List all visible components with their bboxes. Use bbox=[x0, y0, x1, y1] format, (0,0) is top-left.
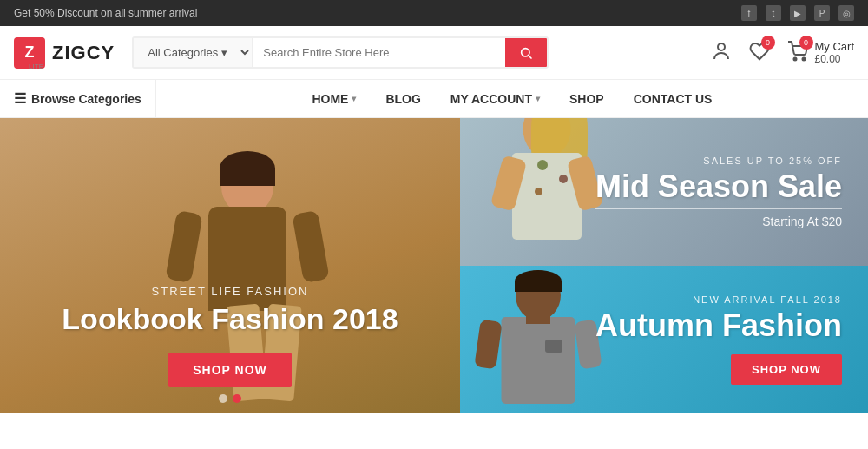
account-icon[interactable] bbox=[711, 41, 732, 65]
nav-home[interactable]: HOME ▾ bbox=[298, 82, 370, 116]
cart-section[interactable]: 0 My Cart £0.00 bbox=[787, 40, 855, 65]
hero-right-bottom-content: NEW ARRIVAL FALL 2018 Autumn Fashion SHO… bbox=[595, 294, 842, 386]
browse-categories-label: Browse Categories bbox=[31, 92, 141, 106]
search-button[interactable] bbox=[505, 38, 547, 67]
dot-1[interactable] bbox=[219, 394, 227, 403]
svg-line-1 bbox=[529, 56, 531, 58]
top-bar: Get 50% Discount on all summer arrival f… bbox=[0, 0, 868, 26]
nav-links: HOME ▾ BLOG MY ACCOUNT ▾ SHOP CONTACT US bbox=[156, 82, 868, 116]
browse-categories[interactable]: ☰ Browse Categories bbox=[0, 80, 156, 117]
sale-starting: Starting At $20 bbox=[595, 215, 842, 228]
logo-lite: LITE bbox=[29, 63, 43, 70]
header-icons: 0 0 My Cart £0.00 bbox=[711, 40, 855, 65]
cart-label: My Cart bbox=[815, 40, 855, 53]
hero-right-bottom-cta[interactable]: SHOP NOW bbox=[731, 354, 842, 385]
logo-icon: Z LITE bbox=[14, 37, 45, 69]
header: Z LITE ZIGCY All Categories ▾ 0 bbox=[0, 26, 868, 80]
sale-label: SALES UP TO 25% OFF bbox=[595, 155, 842, 166]
hero-left-content: STREET LIFE FASHION Lookbook Fashion 201… bbox=[26, 285, 434, 387]
svg-point-3 bbox=[793, 57, 796, 60]
search-bar: All Categories ▾ bbox=[132, 36, 549, 69]
wishlist-badge: 0 bbox=[761, 36, 775, 50]
dot-2[interactable] bbox=[233, 394, 241, 403]
account-dropdown-arrow: ▾ bbox=[536, 94, 540, 103]
cart-price: £0.00 bbox=[815, 53, 855, 65]
hero-right-top-panel: SALES UP TO 25% OFF Mid Season Sale Star… bbox=[460, 118, 868, 266]
pinterest-icon[interactable]: P bbox=[814, 5, 830, 21]
logo[interactable]: Z LITE ZIGCY bbox=[14, 37, 115, 69]
nav-blog[interactable]: BLOG bbox=[372, 82, 434, 116]
home-dropdown-arrow: ▾ bbox=[352, 94, 356, 103]
hero-right-top-content: SALES UP TO 25% OFF Mid Season Sale Star… bbox=[595, 155, 842, 229]
nav-contact[interactable]: CONTACT US bbox=[620, 82, 727, 116]
hero-dots bbox=[219, 394, 241, 403]
model-figure-right-bottom bbox=[469, 270, 608, 413]
logo-name: ZIGCY bbox=[52, 42, 115, 64]
hero-left-panel: STREET LIFE FASHION Lookbook Fashion 201… bbox=[0, 118, 460, 413]
mid-season-title: Mid Season Sale bbox=[595, 169, 842, 204]
cart-icon: 0 bbox=[787, 41, 808, 65]
promo-text: Get 50% Discount on all summer arrival bbox=[14, 7, 197, 19]
hamburger-icon: ☰ bbox=[14, 90, 26, 107]
nav: ☰ Browse Categories HOME ▾ BLOG MY ACCOU… bbox=[0, 80, 868, 118]
hero-left-title: Lookbook Fashion 2018 bbox=[26, 303, 434, 335]
youtube-icon[interactable]: ▶ bbox=[790, 5, 806, 21]
new-arrival-label: NEW ARRIVAL FALL 2018 bbox=[595, 294, 842, 305]
twitter-icon[interactable]: t bbox=[766, 5, 781, 21]
nav-shop[interactable]: SHOP bbox=[556, 82, 618, 116]
autumn-title: Autumn Fashion bbox=[595, 308, 842, 343]
nav-my-account[interactable]: MY ACCOUNT ▾ bbox=[437, 82, 554, 116]
category-select[interactable]: All Categories ▾ bbox=[134, 38, 253, 67]
hero-section: STREET LIFE FASHION Lookbook Fashion 201… bbox=[0, 118, 868, 413]
search-input[interactable] bbox=[253, 38, 505, 67]
wishlist-icon[interactable]: 0 bbox=[749, 41, 770, 65]
hero-left-subtitle: STREET LIFE FASHION bbox=[26, 285, 434, 298]
cart-badge: 0 bbox=[799, 36, 813, 50]
instagram-icon[interactable]: ◎ bbox=[838, 5, 854, 21]
hero-right-bottom-panel: NEW ARRIVAL FALL 2018 Autumn Fashion SHO… bbox=[460, 266, 868, 413]
social-icons: f t ▶ P ◎ bbox=[741, 5, 854, 21]
search-icon bbox=[519, 46, 533, 60]
hero-left-cta[interactable]: SHOP NOW bbox=[168, 353, 292, 387]
svg-point-4 bbox=[802, 57, 805, 60]
svg-point-2 bbox=[718, 43, 725, 50]
sale-divider bbox=[595, 208, 842, 209]
facebook-icon[interactable]: f bbox=[741, 5, 757, 21]
hero-right-panels: SALES UP TO 25% OFF Mid Season Sale Star… bbox=[460, 118, 868, 413]
